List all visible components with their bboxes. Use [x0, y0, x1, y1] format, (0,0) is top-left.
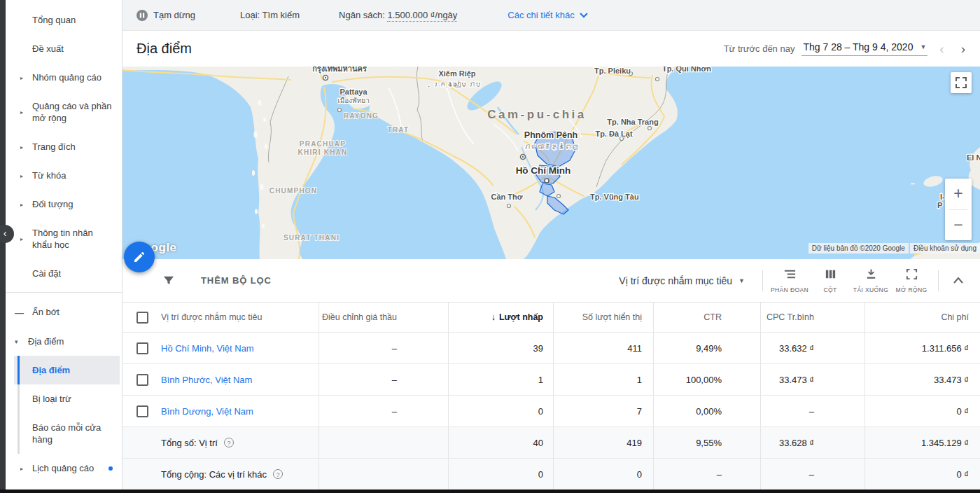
- sidebar-item-bao-cao-moi-cua-hang[interactable]: Báo cáo mỗi cửa hàng: [14, 413, 122, 454]
- map-label: I-: [940, 193, 945, 201]
- row-checkbox[interactable]: [136, 405, 148, 417]
- map-label: Pattaya: [340, 88, 368, 96]
- map-label: Hồ Chí Minh: [516, 165, 571, 176]
- clicks-total: 40: [448, 427, 553, 458]
- campaign-status-label: Tạm dừng: [153, 10, 195, 20]
- column-header-location[interactable]: Vị trí được nhắm mục tiêu: [161, 303, 318, 332]
- sidebar-item-tong-quan[interactable]: Tổng quan: [6, 6, 122, 34]
- sidebar-item-thong-tin-nhan-khau-hoc[interactable]: ▸Thông tin nhân khẩu học: [6, 218, 122, 259]
- column-header-cost[interactable]: Chi phí: [864, 303, 980, 332]
- more-details-link[interactable]: Các chi tiết khác: [507, 10, 587, 20]
- sidebar-item-cai-dat[interactable]: Cài đặt: [6, 259, 122, 288]
- campaign-status-chip[interactable]: Tạm dừng: [136, 10, 195, 21]
- expand-arrow-icon: ▸: [20, 198, 23, 210]
- row-checkbox[interactable]: [136, 374, 148, 386]
- location-link[interactable]: Bình Phước, Việt Nam: [161, 375, 252, 385]
- sidebar-item-bi-loai-tru[interactable]: Bị loại trừ: [14, 384, 122, 413]
- map-marker-town: [557, 195, 561, 198]
- column-header-label: Lượt nhấp: [499, 312, 543, 322]
- dropdown-caret-icon: ▼: [738, 277, 745, 284]
- select-all-checkbox[interactable]: [136, 312, 148, 324]
- next-date-button[interactable]: ›: [956, 41, 970, 57]
- expand-arrow-icon: ▸: [20, 106, 23, 118]
- sidebar-item-dia-diem-group[interactable]: ▾Địa điểm: [6, 327, 122, 356]
- expand-icon: [905, 268, 918, 284]
- map-label: Tp. Đà Lạt: [595, 130, 633, 139]
- toolbar-action-label: CỘT: [823, 286, 836, 293]
- segment-icon: [783, 268, 797, 284]
- map-fullscreen-button[interactable]: [951, 72, 972, 93]
- column-header-bid[interactable]: Điều chỉnh giá thầu: [318, 303, 448, 332]
- sidebar-item-label: Ẩn bớt: [32, 307, 59, 317]
- column-header-ctr[interactable]: CTR: [653, 303, 760, 332]
- ctr-value: 9,49%: [653, 333, 760, 363]
- toolbar-action-label: TẢI XUỐNG: [853, 286, 888, 293]
- map-marker-town: [507, 204, 511, 208]
- google-ads-app: ‹ Tổng quanĐề xuất▸Nhóm quảng cáo▸Quảng …: [0, 0, 980, 493]
- summary-label: Tổng số: Vị trí: [161, 438, 218, 448]
- map-terms-link[interactable]: Điều khoản sử dụng: [910, 243, 980, 254]
- ctr-value: 100,00%: [653, 364, 760, 395]
- column-header-label: Điều chỉnh giá thầu: [322, 312, 397, 322]
- sidebar-item-nhom-quang-cao[interactable]: ▸Nhóm quảng cáo: [6, 63, 122, 92]
- zoom-out-button[interactable]: −: [945, 210, 972, 241]
- budget-value[interactable]: 1.500.000 ₫/ngày: [387, 10, 457, 22]
- location-link[interactable]: Hồ Chí Minh, Việt Nam: [161, 343, 254, 354]
- columns-button[interactable]: CỘT: [810, 268, 850, 293]
- map-label: Tp. Nha Trang: [607, 118, 658, 126]
- expand-arrow-icon: ▸: [20, 233, 23, 245]
- zoom-in-button[interactable]: +: [945, 179, 972, 209]
- column-header-impressions[interactable]: Số lượt hiển thị: [553, 303, 653, 332]
- campaign-topbar: Tạm dừng Loại: Tìm kiếm Ngân sách: 1.500…: [122, 0, 980, 31]
- sidebar-item-label: Nhóm quảng cáo: [32, 72, 102, 83]
- page-title: Địa điểm: [136, 41, 192, 57]
- impressions-value: 7: [553, 396, 653, 426]
- map-label: Tp. Vũng Tàu: [590, 193, 639, 201]
- chevron-down-icon: [580, 13, 588, 18]
- sidebar-item-an-bot[interactable]: —Ẩn bớt: [6, 297, 122, 327]
- chevron-left-icon: ‹: [4, 228, 7, 239]
- segment-button[interactable]: PHÂN ĐOẠN: [769, 268, 810, 293]
- view-selector-dropdown[interactable]: Vị trí được nhắm mục tiêu ▼: [619, 275, 745, 286]
- sidebar-item-de-xuat[interactable]: Đề xuất: [6, 34, 122, 63]
- table-header-row: Vị trí được nhắm mục tiêuĐiều chỉnh giá …: [122, 303, 980, 332]
- expand-button[interactable]: MỞ RỘNG: [891, 268, 932, 293]
- sidebar-item-dia-diem[interactable]: Địa điểm: [14, 356, 120, 384]
- location-link[interactable]: Bình Dương, Việt Nam: [161, 406, 253, 417]
- date-range-picker[interactable]: Thg 7 28 – Thg 9 4, 2020 ▼: [802, 41, 927, 56]
- impressions-total: 419: [553, 427, 653, 458]
- sidebar-item-doi-tuong[interactable]: ▸Đối tượng: [6, 190, 122, 218]
- expand-arrow-icon: ▸: [20, 141, 23, 153]
- columns-icon: [824, 268, 837, 284]
- clicks-value: 39: [448, 333, 553, 363]
- map-marker-town: [338, 109, 342, 112]
- download-button[interactable]: TẢI XUỐNG: [850, 268, 891, 293]
- add-filter-label: THÊM BỘ LỌC: [201, 275, 272, 286]
- add-filter-button[interactable]: THÊM BỘ LỌC: [163, 275, 272, 286]
- collapse-table-button[interactable]: [945, 277, 972, 284]
- pencil-icon: [133, 251, 146, 263]
- edit-locations-fab[interactable]: [124, 242, 155, 272]
- column-header-clicks[interactable]: ↓Lượt nhấp: [448, 303, 553, 332]
- sidebar-item-lich-quang-cao[interactable]: ▸Lịch quảng cáo: [6, 454, 122, 482]
- help-icon[interactable]: ?: [273, 469, 283, 479]
- help-icon[interactable]: ?: [224, 438, 234, 447]
- column-header-label: Chi phí: [941, 312, 969, 322]
- cpc-total: –: [760, 459, 864, 489]
- map-label: CHUMPHON: [270, 187, 318, 195]
- prev-date-button[interactable]: ‹: [934, 41, 948, 57]
- fullscreen-icon: [955, 77, 967, 88]
- row-checkbox[interactable]: [136, 342, 148, 354]
- bid-total: [318, 427, 448, 458]
- summary-row: Tổng cộng: Các vị trí khác?00––0 ₫: [122, 458, 980, 489]
- sidebar-item-trang-dich[interactable]: ▸Trang đích: [6, 132, 122, 161]
- map-canvas[interactable]: กรุงเทพมหานครPattayaเมืองพัทยาRAYONGTRAT…: [122, 67, 980, 259]
- clicks-value: 0: [448, 396, 553, 426]
- location-cell: Hồ Chí Minh, Việt Nam: [161, 333, 318, 363]
- locations-table: Vị trí được nhắm mục tiêuĐiều chỉnh giá …: [122, 303, 980, 489]
- column-header-cpc[interactable]: CPC Tr.bình: [760, 303, 864, 332]
- summary-row: Tổng số: Vị trí?404199,55%33.628 ₫1.345.…: [122, 426, 980, 458]
- toolbar-right-group: Vị trí được nhắm mục tiêu ▼ PHÂN ĐOẠNCỘT…: [619, 268, 972, 293]
- sidebar-item-tu-khoa[interactable]: ▸Từ khóa: [6, 161, 122, 190]
- sidebar-item-quang-cao-va-phan-mo-rong[interactable]: ▸Quảng cáo và phần mở rộng: [6, 92, 122, 132]
